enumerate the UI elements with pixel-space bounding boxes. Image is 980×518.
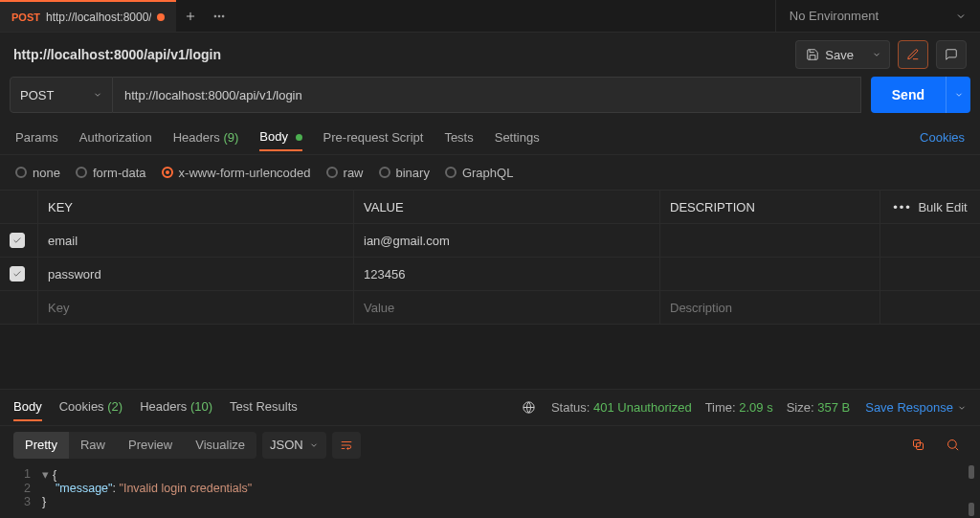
bodytype-urlencoded[interactable]: x-www-form-urlencoded (162, 166, 311, 180)
response-body[interactable]: 1▾{ 2 "message": "Invalid login credenti… (0, 463, 980, 518)
save-response-button[interactable]: Save Response (865, 400, 967, 415)
body-active-indicator-icon (296, 134, 302, 141)
key-input[interactable] (48, 267, 344, 282)
tab-authorization[interactable]: Authorization (79, 124, 152, 150)
wrap-lines-button[interactable] (332, 432, 361, 459)
edit-button[interactable] (898, 40, 928, 69)
key-input[interactable] (48, 234, 344, 248)
bodytype-binary[interactable]: binary (379, 166, 430, 180)
send-button[interactable]: Send (871, 77, 946, 113)
save-button[interactable]: Save (795, 40, 863, 69)
status-value: 401 Unauthorized (593, 400, 692, 415)
view-raw[interactable]: Raw (69, 432, 117, 459)
col-value: VALUE (354, 191, 660, 223)
time-value: 2.09 s (739, 400, 772, 415)
table-row-new (0, 291, 980, 325)
chevron-down-icon (957, 403, 967, 413)
tab-headers[interactable]: Headers (9) (173, 124, 239, 150)
row-checkbox[interactable] (10, 233, 25, 248)
col-key: KEY (38, 191, 354, 223)
tab-overflow-button[interactable] (205, 0, 234, 32)
pencil-icon (906, 48, 920, 61)
bulk-edit-button[interactable]: Bulk Edit (918, 200, 967, 214)
globe-icon (522, 400, 536, 415)
description-input[interactable] (670, 267, 870, 282)
value-input[interactable] (364, 234, 650, 248)
new-tab-button[interactable] (176, 0, 205, 32)
response-bar: Body Cookies (2) Headers (10) Test Resul… (0, 389, 980, 425)
body-type-row: none form-data x-www-form-urlencoded raw… (0, 155, 980, 190)
svg-point-6 (947, 440, 956, 449)
columns-options-button[interactable]: ••• (893, 200, 912, 214)
view-preview[interactable]: Preview (117, 432, 184, 459)
table-header-row: KEY VALUE DESCRIPTION ••• Bulk Edit (0, 191, 980, 224)
description-input[interactable] (670, 301, 870, 315)
value-input[interactable] (364, 267, 650, 282)
response-meta: Status: 401 Unauthorized Time: 2.09 s Si… (551, 400, 850, 415)
search-response-button[interactable] (938, 432, 967, 459)
tab-strip: POST http://localhost:8000/ No Environme… (0, 0, 980, 33)
save-dropdown-button[interactable] (863, 40, 890, 69)
col-description: DESCRIPTION (660, 191, 880, 223)
request-title-row: http://localhost:8000/api/v1/login Save (0, 33, 980, 77)
resp-tab-cookies[interactable]: Cookies (2) (59, 394, 122, 421)
svg-point-1 (218, 15, 220, 17)
tab-prerequest[interactable]: Pre-request Script (323, 124, 424, 150)
request-subtabs: Params Authorization Headers (9) Body Pr… (0, 121, 980, 155)
tab-settings[interactable]: Settings (495, 124, 540, 150)
cookies-link[interactable]: Cookies (920, 130, 965, 145)
tab-tests[interactable]: Tests (444, 124, 473, 150)
environment-selector[interactable]: No Environment (775, 0, 980, 32)
url-input[interactable] (113, 77, 861, 113)
scrollbar-indicator (969, 503, 974, 516)
svg-point-0 (214, 15, 216, 17)
size-value: 357 B (817, 400, 850, 415)
unsaved-indicator-icon (157, 13, 165, 21)
description-input[interactable] (670, 234, 870, 248)
view-mode-segment: Pretty Raw Preview Visualize (13, 432, 256, 459)
response-tabs: Body Cookies (2) Headers (10) Test Resul… (13, 394, 298, 421)
environment-label: No Environment (790, 9, 879, 23)
request-title: http://localhost:8000/api/v1/login (13, 47, 788, 62)
svg-point-2 (222, 15, 224, 17)
view-pretty[interactable]: Pretty (13, 432, 69, 459)
scrollbar-indicator (969, 465, 974, 479)
request-tab[interactable]: POST http://localhost:8000/ (0, 0, 176, 32)
json-key: "message" (56, 482, 113, 495)
json-value: "Invalid login credentials" (119, 482, 252, 495)
copy-response-button[interactable] (903, 432, 932, 459)
bodytype-graphql[interactable]: GraphQL (445, 166, 513, 180)
resp-tab-body[interactable]: Body (13, 394, 42, 421)
bodytype-raw[interactable]: raw (326, 166, 364, 180)
send-dropdown-button[interactable] (946, 77, 970, 113)
row-checkbox[interactable] (10, 266, 25, 282)
bodytype-none[interactable]: none (15, 166, 60, 180)
view-visualize[interactable]: Visualize (184, 432, 256, 459)
http-method-selector[interactable]: POST (10, 77, 113, 113)
key-input[interactable] (48, 301, 344, 315)
value-input[interactable] (364, 301, 650, 315)
language-selector[interactable]: JSON (262, 432, 326, 459)
url-bar: POST Send (10, 77, 970, 113)
table-row (0, 224, 980, 258)
resp-tab-headers[interactable]: Headers (10) (140, 394, 212, 421)
wrap-icon (340, 439, 353, 452)
resp-tab-tests[interactable]: Test Results (230, 394, 298, 421)
tab-title: http://localhost:8000/ (46, 11, 151, 24)
table-row (0, 258, 980, 291)
body-params-table: KEY VALUE DESCRIPTION ••• Bulk Edit (0, 190, 980, 325)
copy-icon (911, 438, 925, 452)
tab-body[interactable]: Body (259, 124, 301, 151)
chevron-down-icon (955, 11, 967, 22)
chevron-down-icon (309, 440, 319, 450)
chevron-down-icon (93, 90, 102, 100)
search-icon (946, 438, 960, 452)
save-icon (806, 48, 819, 61)
response-toolbar: Pretty Raw Preview Visualize JSON (0, 425, 980, 463)
comment-icon (945, 48, 958, 61)
comments-button[interactable] (936, 40, 967, 69)
bodytype-formdata[interactable]: form-data (76, 166, 146, 180)
tab-params[interactable]: Params (15, 124, 58, 150)
tab-method: POST (11, 11, 40, 23)
